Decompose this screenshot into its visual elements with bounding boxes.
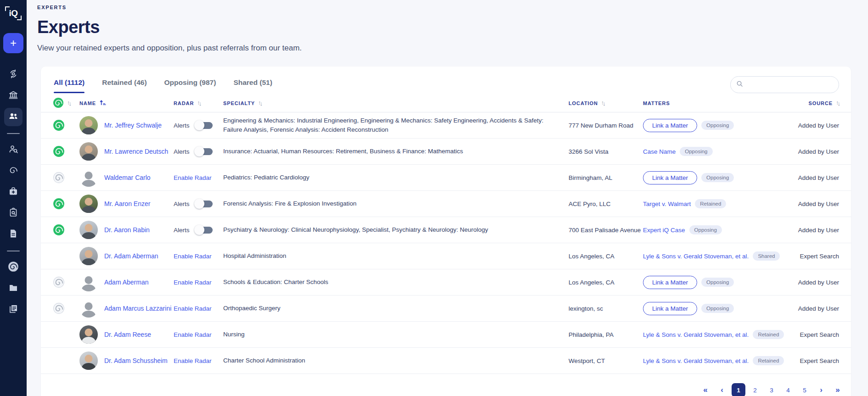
specialty-text: Nursing — [223, 330, 569, 339]
pagination: « ‹ 1 2 3 4 5 › » — [41, 374, 851, 396]
tab-retained[interactable]: Retained (46) — [102, 78, 147, 93]
sidebar-item-radar-feed[interactable] — [4, 258, 23, 277]
expert-name-link[interactable]: Waldemar Carlo — [104, 174, 151, 181]
matter-link[interactable]: Lyle & Sons v. Gerald Stoveman, et al. — [643, 331, 749, 338]
app-logo[interactable]: iQ — [5, 6, 21, 21]
alerts-toggle[interactable] — [194, 146, 213, 156]
matter-link[interactable]: Lyle & Sons v. Gerald Stoveman, et al. — [643, 357, 749, 364]
matter-status-badge: Retained — [753, 356, 784, 365]
expert-name-link[interactable]: Mr. Jeffrey Schwalje — [104, 122, 162, 129]
page-button-1[interactable]: 1 — [732, 383, 745, 396]
radar-icon — [8, 165, 19, 178]
source-text: Added by User — [792, 174, 839, 181]
prev-page-button[interactable]: ‹ — [715, 383, 729, 396]
sidebar-item-news[interactable] — [4, 301, 23, 319]
sort-icon[interactable]: ↑↓ — [197, 99, 200, 106]
sort-icon[interactable]: ↑↓ — [258, 99, 261, 106]
table-row: Dr. Adam Aberman Enable Radar Hospital A… — [41, 243, 851, 269]
folder-icon — [8, 282, 19, 295]
sort-icon[interactable]: ↑↓ — [601, 99, 604, 106]
enable-radar-link[interactable]: Enable Radar — [174, 174, 212, 181]
location-text: 777 New Durham Road — [569, 122, 643, 129]
search-input[interactable] — [747, 81, 833, 88]
link-a-matter-button[interactable]: Link a Matter — [643, 276, 697, 289]
main-content: EXPERTS Experts View your retained exper… — [27, 0, 868, 396]
bank-icon — [8, 89, 19, 102]
expert-name-link[interactable]: Dr. Adam Aberman — [104, 252, 158, 260]
alerts-toggle[interactable] — [194, 120, 213, 130]
sidebar-item-documents[interactable] — [4, 225, 23, 244]
sidebar-item-files[interactable] — [4, 279, 23, 298]
column-name[interactable]: NAME — [79, 99, 174, 107]
link-a-matter-button[interactable]: Link a Matter — [643, 119, 697, 132]
expert-name-link[interactable]: Adam Marcus Lazzarini — [104, 305, 171, 312]
news-icon — [8, 303, 19, 316]
expert-name-link[interactable]: Dr. Aaron Rabin — [104, 226, 150, 234]
page-subtitle: View your retained experts and oppositio… — [37, 44, 868, 53]
sort-asc-active-icon[interactable] — [99, 99, 106, 107]
tab-opposing[interactable]: Opposing (987) — [164, 78, 216, 93]
table-row: Adam Marcus Lazzarini Enable Radar Ortho… — [41, 296, 851, 322]
page-button-2[interactable]: 2 — [748, 383, 762, 396]
column-source[interactable]: SOURCE↑↓ — [792, 100, 839, 106]
radar-circle-icon — [7, 261, 19, 274]
matter-link[interactable]: Target v. Walmart — [643, 201, 691, 207]
expert-name-link[interactable]: Adam Aberman — [104, 279, 149, 286]
sidebar-item-experts[interactable] — [4, 108, 23, 126]
source-text: Added by User — [792, 305, 839, 312]
page-button-3[interactable]: 3 — [765, 383, 778, 396]
sidebar-item-cases[interactable] — [4, 183, 23, 201]
link-a-matter-button[interactable]: Link a Matter — [643, 302, 697, 315]
table-row: Mr. Lawrence Deutsch Alerts Insurance: A… — [41, 139, 851, 165]
sidebar-item-sync[interactable] — [4, 66, 23, 84]
alerts-toggle[interactable] — [194, 199, 213, 209]
sort-icon[interactable]: ↑↓ — [67, 99, 70, 106]
matter-status-badge: Retained — [753, 330, 784, 339]
experts-table-body: Mr. Jeffrey Schwalje Alerts Engineering … — [41, 112, 851, 374]
create-button[interactable]: + — [3, 33, 23, 53]
experts-card: All (1112) Retained (46) Opposing (987) … — [41, 67, 851, 396]
avatar — [79, 325, 98, 344]
alerts-toggle[interactable] — [194, 225, 213, 235]
enable-radar-link[interactable]: Enable Radar — [174, 357, 212, 364]
search-box[interactable] — [730, 76, 839, 93]
tab-shared[interactable]: Shared (51) — [233, 78, 272, 93]
enable-radar-link[interactable]: Enable Radar — [174, 253, 212, 260]
enable-radar-link[interactable]: Enable Radar — [174, 279, 212, 286]
expert-name-link[interactable]: Mr. Lawrence Deutsch — [104, 148, 168, 155]
source-text: Added by User — [792, 201, 839, 207]
expert-name-link[interactable]: Mr. Aaron Enzer — [104, 200, 150, 207]
column-radar[interactable]: RADAR↑↓ — [174, 100, 223, 106]
expert-name-link[interactable]: Dr. Adam Reese — [104, 331, 151, 338]
radar-status-icon — [53, 224, 79, 236]
tab-all[interactable]: All (1112) — [54, 78, 85, 93]
matter-link[interactable]: Lyle & Sons v. Gerald Stoveman, et al. — [643, 253, 749, 260]
page-button-5[interactable]: 5 — [798, 383, 812, 396]
first-page-button[interactable]: « — [699, 383, 712, 396]
page-button-4[interactable]: 4 — [781, 383, 795, 396]
column-location[interactable]: LOCATION↑↓ — [569, 100, 643, 106]
sidebar-item-radar[interactable] — [4, 162, 23, 180]
sort-icon[interactable]: ↑↓ — [836, 99, 839, 106]
enable-radar-link[interactable]: Enable Radar — [174, 331, 212, 338]
matter-link[interactable]: Expert iQ Case — [643, 227, 685, 234]
alerts-label: Alerts — [174, 227, 190, 234]
link-a-matter-button[interactable]: Link a Matter — [643, 171, 697, 184]
matter-link[interactable]: Case Name — [643, 148, 676, 155]
specialty-text: Hospital Administration — [223, 251, 569, 261]
matter-status-badge: Shared — [753, 251, 780, 261]
column-radar-status[interactable]: ↑↓ — [53, 97, 79, 109]
sidebar-item-expert-search[interactable] — [4, 141, 23, 159]
sidebar-item-research[interactable] — [4, 204, 23, 223]
matter-status-badge: Opposing — [701, 278, 734, 287]
location-text: 700 East Palisade Avenue — [569, 227, 643, 234]
enable-radar-link[interactable]: Enable Radar — [174, 305, 212, 312]
next-page-button[interactable]: › — [814, 383, 828, 396]
matter-status-badge: Opposing — [701, 121, 734, 130]
column-specialty[interactable]: SPECIALTY↑↓ — [223, 100, 569, 106]
last-page-button[interactable]: » — [831, 383, 845, 396]
sidebar-item-firm[interactable] — [4, 87, 23, 105]
expert-name-link[interactable]: Dr. Adam Schussheim — [104, 357, 168, 364]
location-text: Westport, CT — [569, 357, 643, 364]
sidebar: iQ + — [0, 0, 27, 396]
